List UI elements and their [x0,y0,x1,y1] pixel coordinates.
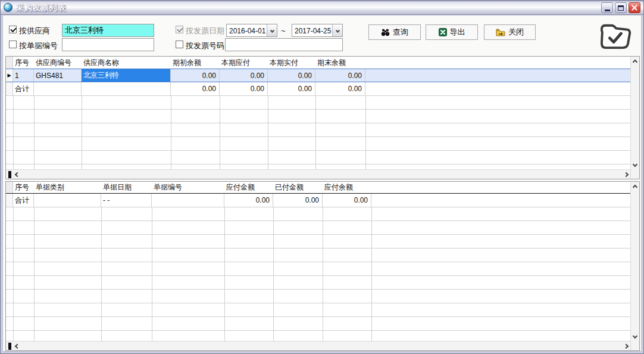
doc-no-input[interactable] [62,38,154,51]
cell-supplier-name[interactable]: 北京三利特 [82,69,171,82]
close-button[interactable] [629,2,640,13]
document-grid-header: 序号 单据类别 单据日期 单据编号 应付金额 已付金额 应付余额 [6,182,630,194]
scroll-right-icon[interactable] [624,172,629,176]
col-seq[interactable]: 序号 [13,58,34,68]
col-begin-balance[interactable]: 期初余额 [171,58,220,68]
date-to-value: 2017-04-25 [292,24,332,36]
titlebar: 采购发票列表 [1,1,643,15]
total-current-paid: 0.00 [268,82,315,95]
by-doc-no-checkbox[interactable] [9,41,17,48]
total-row: 合计 0.00 0.00 0.00 0.00 [6,82,630,96]
row-filler [365,69,630,82]
total-doc-no [152,194,224,207]
by-supplier-checkbox[interactable] [9,26,17,33]
scroll-left-icon[interactable] [15,172,20,176]
folder-check-icon [597,22,632,52]
maximize-icon [618,5,624,11]
total-doc-type [34,194,101,207]
scroll-up-icon[interactable] [633,60,637,64]
total-payable-balance: 0.00 [323,194,371,207]
total-label: 合计 [13,82,34,95]
col-current-paid[interactable]: 本期实付 [268,58,315,68]
minimize-button[interactable] [601,2,613,13]
cell-current-payable[interactable]: 0.00 [220,69,268,82]
horizontal-scrollbar[interactable] [6,169,630,179]
col-end-balance[interactable]: 期末余额 [315,58,365,68]
date-to-dropdown-button[interactable] [332,24,342,36]
total-label: 合计 [13,194,34,207]
supplier-input[interactable] [62,24,154,37]
col-current-payable[interactable]: 本期应付 [220,58,268,68]
hscroll-thumb[interactable] [8,171,11,178]
close-icon [631,4,638,11]
close-window-button-label: 关闭 [508,27,524,38]
row-selector[interactable]: ▶ [6,69,13,82]
scroll-left-icon[interactable] [15,343,20,348]
by-supplier-label: 按供应商 [19,26,50,36]
scroll-down-icon[interactable] [633,162,637,167]
row-selector-header [6,182,13,193]
hscroll-thumb[interactable] [8,343,11,350]
cell-current-paid[interactable]: 0.00 [268,69,315,82]
row-selector [6,194,13,207]
export-button-label: 导出 [450,27,465,38]
col-doc-date[interactable]: 单据日期 [101,182,152,192]
invoice-no-input[interactable] [225,38,343,51]
window-title: 采购发票列表 [16,2,66,13]
scroll-right-icon[interactable] [624,343,629,348]
total-begin-balance: 0.00 [171,82,220,95]
col-doc-no[interactable]: 单据编号 [152,182,224,192]
total-row: 合计 - - 0.00 0.00 0.00 [6,194,630,207]
col-doc-type[interactable]: 单据类别 [34,182,101,192]
by-doc-no-label: 按单据编号 [19,41,58,51]
scroll-down-icon[interactable] [633,334,637,339]
vertical-scrollbar[interactable] [630,182,639,350]
by-invoice-no-checkbox[interactable] [176,41,183,48]
row-pointer-icon: ▶ [7,73,11,78]
cell-begin-balance[interactable]: 0.00 [171,69,220,82]
total-payable-amount: 0.00 [224,194,273,207]
empty-grid-rows [6,207,630,341]
col-payable-amount[interactable]: 应付金额 [224,182,273,192]
horizontal-scrollbar[interactable] [6,341,630,350]
query-button-label: 查询 [393,27,408,38]
document-grid: 序号 单据类别 单据日期 单据编号 应付金额 已付金额 应付余额 合计 - - … [5,181,640,351]
by-invoice-date-checkbox[interactable] [176,26,183,33]
col-supplier-code[interactable]: 供应商编号 [34,58,82,68]
maximize-button[interactable] [615,2,627,13]
col-paid-amount[interactable]: 已付金额 [273,182,323,192]
empty-grid-rows [6,96,630,169]
folder-exit-icon [496,29,505,36]
by-invoice-date-label: 按发票日期 [186,26,224,36]
col-supplier-name[interactable]: 供应商名称 [82,58,171,68]
vertical-scrollbar[interactable] [630,57,639,179]
binoculars-icon [381,29,390,36]
row-selector-header [6,57,13,69]
chevron-down-icon [270,28,274,32]
total-supplier-name [82,82,171,95]
excel-icon [439,28,447,36]
close-window-button[interactable]: 关闭 [484,24,536,40]
col-seq[interactable]: 序号 [13,182,34,192]
date-range-separator: ~ [281,26,286,35]
app-icon [4,3,12,12]
chevron-down-icon [336,28,340,32]
col-payable-balance[interactable]: 应付余额 [323,182,371,192]
window-controls [601,2,640,13]
row-filler [365,82,630,95]
date-to-combo[interactable]: 2017-04-25 [292,24,343,37]
total-end-balance: 0.00 [315,82,365,95]
total-doc-date: - - [101,194,152,207]
total-paid-amount: 0.00 [273,194,323,207]
date-from-combo[interactable]: 2016-04-01 [226,24,277,37]
date-from-dropdown-button[interactable] [267,24,277,36]
cell-end-balance[interactable]: 0.00 [315,69,365,82]
by-invoice-no-label: 按发票号码 [186,41,224,51]
cell-supplier-code[interactable]: GHS481 [34,69,82,82]
export-button[interactable]: 导出 [426,24,478,40]
row-selector [6,82,13,95]
query-button[interactable]: 查询 [368,24,421,40]
cell-seq[interactable]: 1 [13,69,34,82]
scroll-up-icon[interactable] [633,185,637,190]
table-row[interactable]: ▶ 1 GHS481 北京三利特 0.00 0.00 0.00 0.00 [6,69,630,82]
